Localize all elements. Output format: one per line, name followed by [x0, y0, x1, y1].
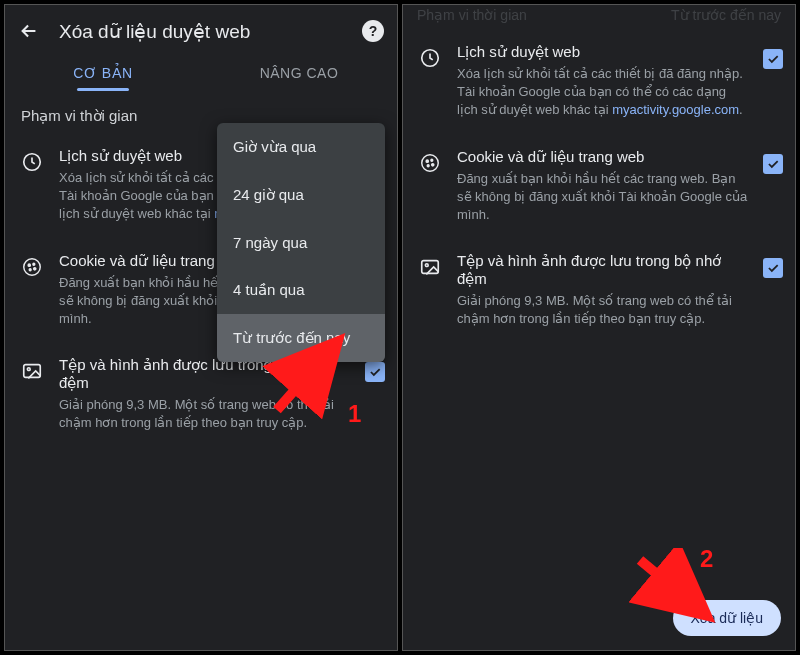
clear-data-button[interactable]: Xóa dữ liệu	[673, 600, 781, 636]
item-cache[interactable]: Tệp và hình ảnh được lưu trong bộ nhớ đệ…	[403, 238, 795, 342]
item-history[interactable]: Lịch sử duyệt web Xóa lịch sử khỏi tất c…	[403, 29, 795, 134]
annotation-step-2: 2	[700, 545, 713, 573]
dropdown-option[interactable]: 7 ngày qua	[217, 219, 385, 266]
svg-point-13	[432, 163, 434, 165]
svg-point-7	[27, 368, 30, 371]
item-title: Cookie và dữ liệu trang web	[457, 148, 749, 166]
tab-basic[interactable]: CƠ BẢN	[5, 53, 201, 91]
tab-advanced[interactable]: NÂNG CAO	[201, 53, 397, 91]
item-subtitle: Đăng xuất bạn khỏi hầu hết các trang web…	[457, 170, 749, 225]
item-title: Tệp và hình ảnh được lưu trong bộ nhớ đệ…	[457, 252, 749, 288]
checkbox-history[interactable]	[763, 49, 783, 69]
help-icon[interactable]: ?	[361, 19, 385, 43]
cookie-icon	[19, 252, 45, 278]
svg-point-10	[426, 160, 428, 162]
checkbox-cookies[interactable]	[763, 154, 783, 174]
svg-point-1	[24, 258, 41, 275]
svg-point-5	[34, 267, 36, 269]
phone-right: Phạm vi thời gianTừ trước đến nay Lịch s…	[402, 4, 796, 651]
annotation-step-1: 1	[348, 400, 361, 428]
checkbox-cache[interactable]	[763, 258, 783, 278]
history-icon	[19, 147, 45, 173]
svg-point-9	[422, 154, 439, 171]
svg-point-12	[427, 164, 429, 166]
svg-point-3	[33, 263, 35, 265]
item-cookies[interactable]: Cookie và dữ liệu trang web Đăng xuất bạ…	[403, 134, 795, 239]
image-icon	[417, 252, 443, 278]
back-icon[interactable]	[17, 19, 41, 43]
phone-left: Xóa dữ liệu duyệt web ? CƠ BẢN NÂNG CAO …	[4, 4, 398, 651]
history-icon	[417, 43, 443, 69]
page-title: Xóa dữ liệu duyệt web	[59, 20, 343, 43]
checkbox-cache[interactable]	[365, 362, 385, 382]
app-header: Xóa dữ liệu duyệt web ?	[5, 5, 397, 53]
item-title: Lịch sử duyệt web	[457, 43, 749, 61]
svg-point-15	[425, 264, 428, 267]
data-type-list: Lịch sử duyệt web Xóa lịch sử khỏi tất c…	[403, 29, 795, 343]
svg-point-2	[28, 264, 30, 266]
item-subtitle: Xóa lịch sử khỏi tất cả các thiết bị đã …	[457, 65, 749, 120]
bottom-action-bar: Xóa dữ liệu	[673, 600, 781, 636]
dropdown-option[interactable]: 24 giờ qua	[217, 171, 385, 219]
item-subtitle: Giải phóng 9,3 MB. Một số trang web có t…	[457, 292, 749, 328]
image-icon	[19, 356, 45, 382]
svg-point-11	[431, 159, 433, 161]
tabs: CƠ BẢN NÂNG CAO	[5, 53, 397, 91]
svg-point-4	[29, 268, 31, 270]
time-range-row[interactable]: Phạm vi thời gianTừ trước đến nay	[403, 5, 795, 29]
cookie-icon	[417, 148, 443, 174]
myactivity-link[interactable]: myactivity.google.com	[612, 102, 739, 117]
time-range-dropdown: Giờ vừa qua 24 giờ qua 7 ngày qua 4 tuần…	[217, 123, 385, 362]
dropdown-option[interactable]: 4 tuần qua	[217, 266, 385, 314]
dropdown-option-selected[interactable]: Từ trước đến nay	[217, 314, 385, 362]
dropdown-option[interactable]: Giờ vừa qua	[217, 123, 385, 171]
item-subtitle: Giải phóng 9,3 MB. Một số trang web có t…	[59, 396, 351, 432]
